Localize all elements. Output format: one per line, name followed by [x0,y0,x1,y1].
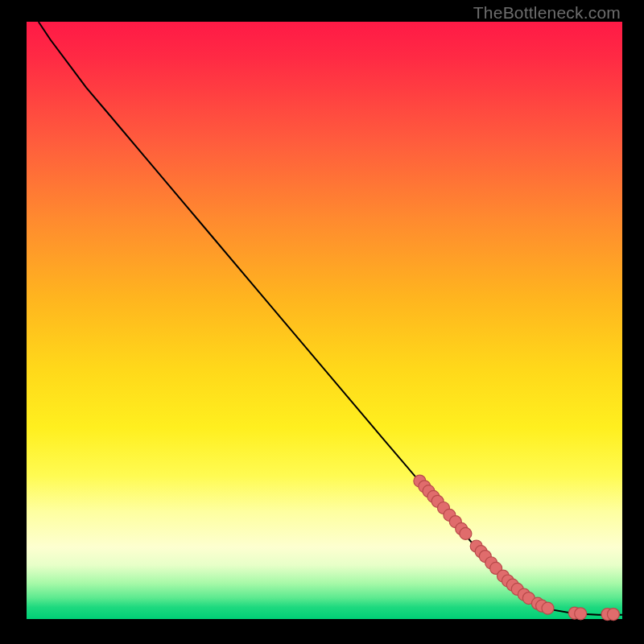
watermark-text: TheBottleneck.com [473,3,621,23]
chart-data-points [414,475,620,620]
data-point [542,602,554,614]
chart-overlay [27,22,622,619]
chart-frame: TheBottleneck.com [0,0,644,644]
data-point [575,608,587,620]
chart-curve [39,22,622,615]
data-point [607,609,619,621]
data-point [460,527,472,539]
